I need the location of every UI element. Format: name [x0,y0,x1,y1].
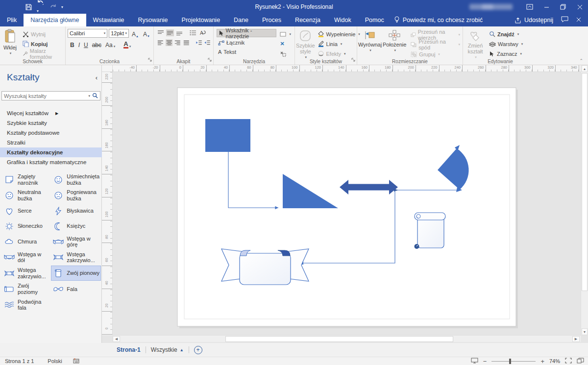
tab-view[interactable]: Widok [327,14,358,26]
canvas-viewport[interactable] [113,72,581,335]
paste-button[interactable]: Wklej▾ [1,28,19,58]
align-top-icon[interactable] [157,29,165,36]
search-icon[interactable] [92,92,98,100]
restore-button[interactable] [555,0,571,14]
stencil-item-smiley-face[interactable]: Uśmiechnięta buźka [51,172,101,187]
macro-record-icon[interactable] [73,358,79,365]
stencil-item-curved-ribbon-1[interactable]: Wstęga zakrzywio... [51,250,101,265]
stencil-item-angry-face[interactable]: Pogniewana buźka [51,188,101,203]
share-button[interactable]: Udostępnij [514,17,553,24]
category-more-shapes[interactable]: Więcej kształtów▶ [0,108,102,118]
page-count-status[interactable]: Strona 1 z 1 [5,358,34,364]
language-status[interactable]: Polski [48,358,62,364]
vertical-scroll-thumb[interactable] [582,73,588,291]
category-basic-shapes[interactable]: Kształty podstawowe [0,128,102,138]
user-account[interactable] [469,4,513,10]
tab-review[interactable]: Recenzja [288,14,327,26]
find-button[interactable]: Znajdź▾ [488,30,524,38]
shape-search-box[interactable]: ▾ [1,91,100,100]
change-shape-button[interactable]: Zmień kształt▾ [464,29,487,59]
stencil-item-moon[interactable]: Księżyc [51,219,101,234]
undo-icon[interactable]: ▾ [37,0,45,14]
all-pages-button[interactable]: Wszystkie▲ [151,346,184,353]
group-button[interactable]: Grupuj▾ [409,50,462,58]
scroll-left-icon[interactable]: ◀ [113,336,120,342]
quick-styles-button[interactable]: Szybkie style▾ [296,29,315,59]
zoom-slider[interactable] [491,361,536,362]
bring-to-front-button[interactable]: Przesuń na wierzch▾ [409,30,462,39]
align-center-icon[interactable] [166,39,173,46]
copy-button[interactable]: Kopiuj [21,40,64,48]
tell-me-box[interactable]: Powiedz mi, co chcesz zrobić [394,14,483,26]
layers-button[interactable]: Warstwy▾ [488,40,524,48]
scroll-right-icon[interactable]: ▶ [572,336,580,342]
connection-point-tool-icon[interactable] [278,49,293,58]
zoom-in-icon[interactable]: + [540,358,544,365]
search-dropdown-icon[interactable]: ▾ [88,94,90,98]
collapse-panel-icon[interactable]: ‹ [96,74,98,81]
fit-page-icon[interactable] [565,358,572,365]
undo-dropdown-icon[interactable]: ▾ [37,9,39,13]
stencil-item-wave[interactable]: Fala [51,281,101,296]
canvas-rectangle-shape[interactable] [205,119,250,152]
horizontal-scroll-thumb[interactable] [225,336,453,342]
customize-qat-icon[interactable]: ▾ [61,5,63,9]
bullets-icon[interactable] [189,29,197,36]
align-button[interactable]: Wyrównaj▾ [358,29,382,58]
send-to-back-button[interactable]: Przesuń na spód▾ [409,40,462,49]
stencil-item-double-wave[interactable]: Podwójna fala [2,297,51,313]
drawing-canvas[interactable] [113,72,581,335]
stencil-item-sun[interactable]: Słoneczko [2,219,51,234]
italic-button[interactable]: I [77,40,81,49]
scroll-down-icon[interactable]: ▼ [582,328,588,335]
switch-windows-icon[interactable] [577,358,584,365]
stencil-item-cloud[interactable]: Chmura [2,234,51,249]
zoom-slider-thumb[interactable] [509,359,511,364]
save-icon[interactable] [25,4,32,10]
line-button[interactable]: Linia▾ [316,40,362,48]
paragraph-dialog-launcher-icon[interactable] [208,55,212,64]
change-case-button[interactable]: Aa▾ [104,40,117,49]
align-middle-icon[interactable] [166,29,174,36]
tab-insert[interactable]: Wstawianie [86,14,131,26]
connector-tool-button[interactable]: Łącznik [217,38,276,47]
canvas-curved-ribbon-shape[interactable] [221,249,309,285]
strikethrough-button[interactable]: abc [91,40,103,49]
shape-search-input[interactable] [2,93,87,99]
stencil-item-neutral-face[interactable]: Neutralna buźka [2,188,51,203]
category-quick-shapes[interactable]: Szybkie kształty [0,118,102,128]
stencil-item-rounded-corner[interactable]: Zagięty narożnik [2,172,51,187]
stencil-item-curved-ribbon-2[interactable]: Wstęga zakrzywio... [2,266,51,281]
minimize-button[interactable] [538,0,555,14]
vertical-scrollbar[interactable]: ▲ ▼ [581,65,588,335]
text-direction-icon[interactable]: A [198,29,206,36]
canvas-vertical-scroll-shape[interactable] [415,213,446,249]
increase-indent-icon[interactable] [204,39,211,46]
tab-help[interactable]: Pomoc [358,14,391,26]
stencil-item-horizontal-scroll[interactable]: Zwój poziomy [2,281,51,296]
presentation-mode-icon[interactable] [471,358,478,365]
tab-design[interactable]: Projektowanie [175,14,227,26]
align-left-icon[interactable] [157,39,164,46]
format-painter-button[interactable]: Malarz formatów [21,49,64,58]
horizontal-scrollbar[interactable]: ◀ ▶ [113,335,581,342]
category-decorative-shapes[interactable]: Kształty dekoracyjne [0,147,102,157]
decrease-indent-icon[interactable] [196,39,203,46]
tab-data[interactable]: Dane [227,14,255,26]
fill-button[interactable]: Wypełnienie▾ [316,30,362,38]
shape-styles-dialog-launcher-icon[interactable] [351,55,356,64]
bold-button[interactable]: B [69,40,76,49]
stencil-item-ribbon-down[interactable]: Wstęga w dół [2,250,51,265]
close-pane-icon[interactable] [576,17,581,24]
font-family-select[interactable]: Calibri▾ [68,29,107,38]
justify-icon[interactable] [183,39,190,46]
stencil-item-heart[interactable]: Serce [2,204,51,219]
comments-icon[interactable] [561,16,568,24]
connection-point-x-icon[interactable]: ✕ [278,40,293,48]
close-button[interactable] [571,0,588,14]
font-size-select[interactable]: 12pkt▾ [109,29,129,38]
align-right-icon[interactable] [174,39,181,46]
page-tab-strona-1[interactable]: Strona-1 [117,346,141,353]
tab-home[interactable]: Narzędzia główne [24,14,86,26]
cut-button[interactable]: Wytnij [21,30,64,38]
